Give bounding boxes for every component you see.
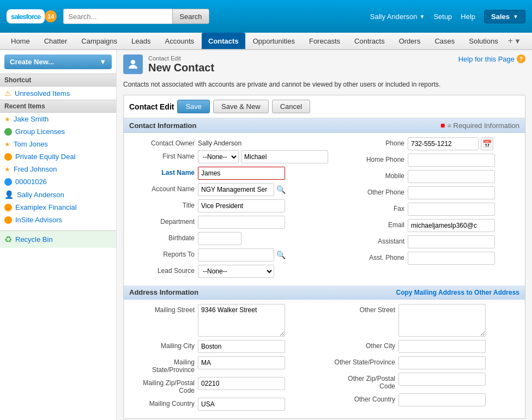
salutation-select[interactable]: --None-- [198, 150, 239, 163]
mobile-input[interactable] [408, 170, 495, 183]
phone-calendar-icon[interactable]: 📅 [481, 137, 493, 150]
first-name-input[interactable] [241, 150, 328, 163]
nav-add-icon[interactable]: + [508, 36, 513, 46]
last-name-input[interactable] [198, 167, 285, 180]
assistant-input[interactable] [408, 235, 495, 248]
title-value [198, 199, 328, 212]
search-button[interactable]: Search [172, 9, 209, 24]
other-street-input[interactable] [398, 304, 486, 337]
asst-phone-value [408, 252, 519, 265]
nav-forecasts[interactable]: Forecasts [303, 33, 347, 49]
app-selector[interactable]: Sales ▼ [484, 10, 525, 23]
reports-to-lookup-icon[interactable]: 🔍 [276, 251, 286, 259]
nav-leads[interactable]: Leads [125, 33, 157, 49]
mobile-value [408, 170, 519, 183]
other-phone-label: Other Phone [339, 186, 404, 196]
fax-label: Fax [339, 203, 404, 212]
nav-contracts[interactable]: Contracts [348, 33, 391, 49]
mailing-city-input[interactable] [198, 340, 285, 353]
recent-00001026[interactable]: 00001026 [0, 175, 116, 188]
recent-insite[interactable]: InSite Advisors [0, 214, 116, 226]
other-zip-label: Other Zip/Postal Code [330, 373, 395, 390]
other-country-label: Other Country [330, 393, 395, 403]
user-name-label: Sally Anderson [370, 13, 418, 21]
nav-opportunities[interactable]: Opportunities [246, 33, 301, 49]
other-country-input[interactable] [398, 393, 486, 406]
mailing-country-input[interactable] [198, 398, 285, 411]
other-city-input[interactable] [398, 340, 486, 353]
info-bar: Contacts not associated with accounts ar… [123, 78, 525, 90]
department-input[interactable] [198, 216, 285, 229]
save-new-button[interactable]: Save & New [213, 100, 269, 113]
recent-sally-anderson[interactable]: 👤 Sally Anderson [0, 188, 116, 201]
recycle-bin-link[interactable]: ♻ Recycle Bin [0, 231, 116, 248]
other-state-input[interactable] [398, 356, 486, 369]
recent-fred-johnson[interactable]: ★ Fred Johnson [0, 163, 116, 175]
left-address-col: Mailing Street 9346 Walker Street Mailin… [124, 304, 324, 414]
help-page-link[interactable]: Help for this Page ? [458, 54, 525, 63]
mailing-street-input[interactable]: 9346 Walker Street [198, 304, 285, 337]
title-input[interactable] [198, 199, 285, 212]
nav-contacts[interactable]: Contacts [202, 33, 245, 49]
lead-source-value: --None-- [198, 265, 328, 278]
recent-tom-jones[interactable]: ★ Tom Jones [0, 138, 116, 150]
nav-solutions[interactable]: Solutions [462, 33, 504, 49]
other-state-row: Other State/Province [330, 356, 519, 369]
recent-group-licenses[interactable]: Group Licenses [0, 125, 116, 138]
fax-input[interactable] [408, 203, 495, 216]
title-label: Title [129, 199, 195, 209]
other-country-row: Other Country [330, 393, 519, 406]
nav-more-icon[interactable]: ▼ [514, 37, 521, 45]
cancel-button[interactable]: Cancel [272, 100, 310, 113]
last-name-value [198, 167, 328, 180]
nav-chatter[interactable]: Chatter [38, 33, 74, 49]
content-area: Contact Edit New Contact Help for this P… [117, 50, 532, 420]
lead-source-select[interactable]: --None-- [198, 265, 274, 278]
nav-home[interactable]: Home [4, 33, 37, 49]
phone-value: 📅 [408, 137, 519, 150]
search-input[interactable] [63, 9, 172, 24]
lead-source-row: Lead Source --None-- [129, 265, 328, 278]
home-phone-input[interactable] [408, 154, 495, 167]
mailing-street-row: Mailing Street 9346 Walker Street [129, 304, 319, 337]
other-phone-input[interactable] [408, 186, 495, 199]
nav-cases[interactable]: Cases [428, 33, 461, 49]
phone-input[interactable] [408, 137, 479, 150]
birthdate-input[interactable] [198, 232, 241, 245]
recent-jake-smith[interactable]: ★ Jake Smith [0, 113, 116, 125]
asst-phone-input[interactable] [408, 252, 495, 265]
recent-private-equity[interactable]: Private Equity Deal [0, 150, 116, 163]
user-dropdown-chevron: ▼ [419, 14, 425, 20]
account-lookup-icon[interactable]: 🔍 [276, 185, 286, 194]
nav-orders[interactable]: Orders [392, 33, 427, 49]
recent-examplex[interactable]: Examplex Financial [0, 201, 116, 214]
unresolved-items-link[interactable]: ⚠ Unresolved Items [0, 87, 116, 100]
department-row: Department [129, 216, 328, 229]
help-link-header[interactable]: Help [461, 13, 475, 21]
save-button[interactable]: Save [177, 100, 210, 113]
circle-orange-icon-1 [4, 153, 12, 161]
mobile-row: Mobile [339, 170, 519, 183]
mailing-state-input[interactable] [198, 356, 285, 369]
first-name-value: --None-- [198, 150, 328, 163]
reports-to-input[interactable] [198, 248, 274, 261]
mailing-zip-input[interactable] [198, 377, 285, 390]
create-new-button[interactable]: Create New... ▼ [4, 54, 112, 69]
nav-accounts[interactable]: Accounts [159, 33, 201, 49]
email-input[interactable] [408, 219, 495, 232]
copy-address-link[interactable]: Copy Mailing Address to Other Address [396, 289, 519, 296]
contact-owner-value: Sally Anderson [198, 137, 328, 147]
user-dropdown[interactable]: Sally Anderson ▼ [370, 13, 425, 21]
department-value [198, 216, 328, 229]
nav-campaigns[interactable]: Campaigns [75, 33, 124, 49]
breadcrumb: Contact Edit [148, 55, 214, 62]
first-name-row: First Name --None-- [129, 150, 328, 163]
contact-owner-label: Contact Owner [129, 137, 195, 147]
last-name-label: Last Name [129, 167, 195, 176]
mailing-zip-label: Mailing Zip/Postal Code [129, 377, 195, 394]
setup-link[interactable]: Setup [433, 13, 452, 21]
other-zip-input[interactable] [398, 373, 486, 386]
circle-green-icon-1 [4, 128, 12, 136]
mailing-city-value [198, 340, 319, 353]
account-name-input[interactable] [198, 183, 274, 196]
